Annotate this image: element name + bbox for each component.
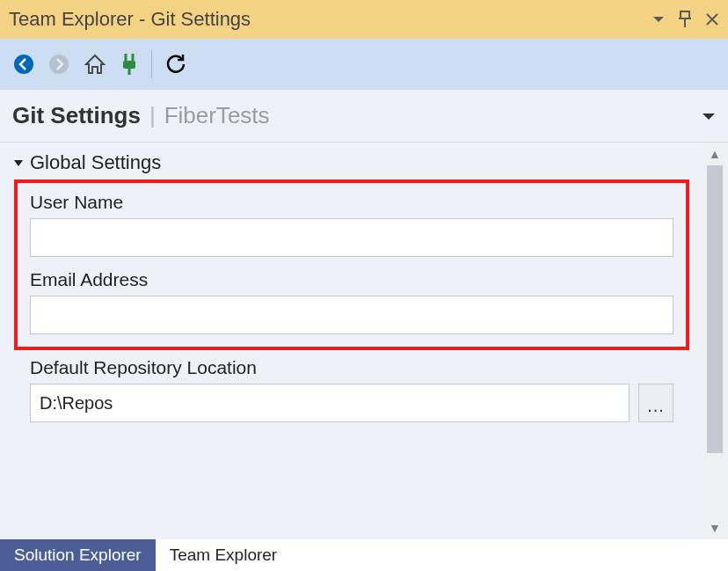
email-input[interactable] bbox=[30, 296, 673, 334]
global-settings-header[interactable]: Global Settings bbox=[12, 151, 689, 174]
plug-icon[interactable] bbox=[120, 52, 139, 77]
window-controls bbox=[652, 11, 719, 28]
tab-team-explorer[interactable]: Team Explorer bbox=[156, 539, 292, 571]
highlighted-fields: User Name Email Address bbox=[14, 179, 689, 350]
repo-location-label: Default Repository Location bbox=[30, 357, 673, 378]
username-label: User Name bbox=[30, 192, 673, 213]
dropdown-icon[interactable] bbox=[652, 13, 665, 26]
repo-location-group: Default Repository Location ... bbox=[14, 357, 689, 422]
forward-icon bbox=[47, 53, 70, 76]
global-settings-body: User Name Email Address Default Reposito… bbox=[12, 179, 689, 422]
global-settings-heading: Global Settings bbox=[30, 151, 161, 174]
page-subheader: Git Settings | FiberTests bbox=[0, 90, 728, 143]
page-title: Git Settings bbox=[12, 102, 141, 129]
collapse-icon bbox=[12, 157, 25, 169]
email-field-row: Email Address bbox=[30, 269, 673, 334]
project-name: FiberTests bbox=[164, 102, 270, 129]
tab-solution-explorer[interactable]: Solution Explorer bbox=[0, 539, 156, 571]
scroll-up-icon[interactable]: ▲ bbox=[709, 144, 721, 164]
toolbar-separator bbox=[151, 50, 152, 78]
scroll-track[interactable] bbox=[707, 165, 723, 516]
back-icon[interactable] bbox=[12, 53, 35, 76]
home-icon[interactable] bbox=[83, 52, 107, 77]
svg-point-6 bbox=[49, 55, 69, 74]
breadcrumb-separator: | bbox=[149, 102, 156, 129]
pin-icon[interactable] bbox=[677, 11, 693, 28]
settings-panel: Global Settings User Name Email Address … bbox=[0, 143, 702, 539]
window-title: Team Explorer - Git Settings bbox=[9, 8, 251, 31]
toolbar bbox=[0, 39, 728, 90]
svg-rect-9 bbox=[123, 61, 135, 69]
svg-rect-0 bbox=[681, 11, 689, 18]
username-input[interactable] bbox=[30, 218, 673, 257]
scroll-thumb[interactable] bbox=[707, 165, 723, 453]
vertical-scrollbar[interactable]: ▲ ▼ bbox=[702, 143, 728, 539]
breadcrumb: Git Settings | FiberTests bbox=[12, 102, 270, 129]
scroll-down-icon[interactable]: ▼ bbox=[709, 518, 721, 538]
bottom-tab-bar: Solution Explorer Team Explorer bbox=[0, 539, 728, 571]
svg-point-5 bbox=[14, 55, 33, 74]
content-area: Global Settings User Name Email Address … bbox=[0, 143, 728, 539]
email-label: Email Address bbox=[30, 269, 673, 290]
browse-button[interactable]: ... bbox=[638, 384, 673, 422]
refresh-icon[interactable] bbox=[164, 53, 187, 76]
close-icon[interactable] bbox=[705, 12, 719, 26]
repo-input-row: ... bbox=[30, 384, 673, 422]
window-titlebar: Team Explorer - Git Settings bbox=[0, 0, 728, 39]
username-field-row: User Name bbox=[30, 192, 673, 257]
menu-dropdown-icon[interactable] bbox=[702, 110, 716, 122]
repo-location-input[interactable] bbox=[30, 384, 630, 422]
